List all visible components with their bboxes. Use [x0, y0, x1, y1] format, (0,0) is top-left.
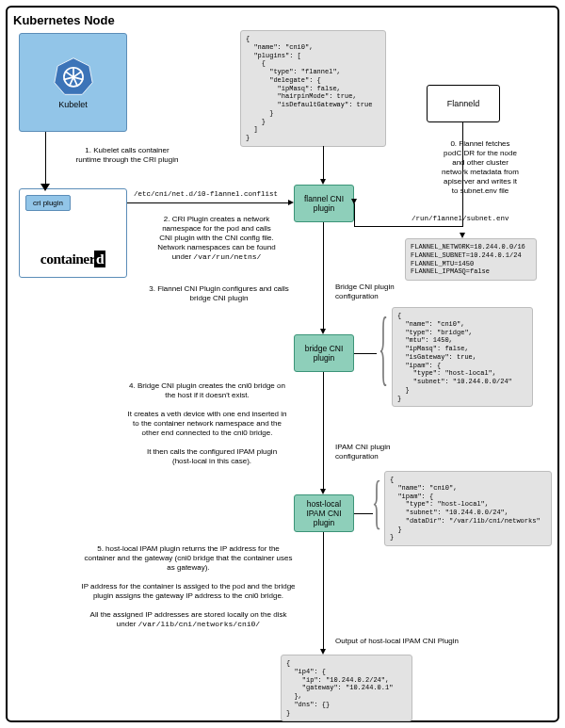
arrow-head-icon [320, 179, 326, 185]
hostlocal-cni-box: host-local IPAM CNI plugin [294, 494, 354, 532]
flannel-config-code: { "name": "cni0", "plugins": [ { "type":… [240, 30, 386, 147]
step0-note: 0. Flannel fetches podCIDR for the node … [428, 139, 532, 196]
step5b-note: IP address for the container is assiged … [66, 582, 311, 601]
bridge-config-code: { "name": "cni0", "type": "bridge", "mtu… [392, 307, 533, 407]
containerd-logo-prefix: container [40, 251, 95, 267]
arrow-head-icon [320, 489, 326, 494]
page-title: Kubernetes Node [13, 13, 115, 27]
kubelet-label: Kubelet [58, 100, 88, 109]
step5c-mono: /var/lib/cni/networks/cni0/ [138, 620, 261, 628]
arrow-head-icon [351, 199, 357, 204]
cri-plugin-box: cri plugin [25, 195, 71, 211]
connector-line [354, 513, 373, 514]
ipam-output-label: Output of host-local IPAM CNI Plugin [335, 637, 495, 646]
arrow-line [323, 222, 324, 330]
arrow-head-icon [320, 329, 326, 334]
bridge-cni-box: bridge CNI plugin [294, 334, 354, 372]
step5a-note: 5. host-local IPAM plugin returns the IP… [66, 544, 311, 573]
flannel-cni-box: flannel CNI plugin [294, 185, 354, 222]
arrow-head-icon [320, 649, 326, 655]
containerd-logo: containerd [40, 251, 105, 267]
arrow-head-icon [41, 185, 49, 191]
ipam-config-code: { "name": "cni0", "ipam": { "type": "hos… [384, 471, 552, 546]
arrow-line [354, 226, 463, 227]
step4c-note: It then calls the configured IPAM plugin… [122, 447, 301, 466]
flanneld-box: Flanneld [427, 85, 500, 122]
arrow-line [323, 532, 324, 650]
step5c-note: All the assigned IP addresses are stored… [71, 610, 306, 629]
step2-note: 2. CRI Plugin creates a network namespac… [141, 215, 292, 262]
arrow-line [127, 202, 289, 203]
step4a-note: 4. Bridge CNI plugin creates the cni0 br… [113, 381, 301, 400]
ipam-output-code: { "ip4": { "ip": "10.244.0.2/24", "gatew… [281, 655, 412, 721]
brace-icon: { [379, 306, 388, 389]
connector-line [354, 353, 377, 354]
arrow-line [45, 132, 46, 184]
brace-icon: { [372, 473, 381, 532]
subnet-env-code: FLANNEL_NETWORK=10.244.0.0/16 FLANNEL_SU… [405, 238, 537, 281]
conflist-path: /etc/cni/net.d/10-flannel.conflist [134, 190, 278, 198]
step4b-note: It creates a veth device with one end in… [108, 410, 306, 438]
bridge-conf-label: Bridge CNI plugin configuration [335, 283, 411, 301]
arrow-line [323, 146, 324, 180]
containerd-box: cri plugin containerd [19, 188, 127, 278]
ipam-conf-label: IPAM CNI plugin configuration [335, 443, 411, 461]
arrow-line [323, 372, 324, 490]
arrow-head-icon [288, 200, 294, 205]
arrow-head-icon [460, 233, 465, 238]
arrow-line [462, 122, 463, 226]
kubelet-box: Kubelet [19, 33, 127, 132]
subnet-env-path: /run/flannel/subnet.env [412, 215, 509, 222]
kubernetes-icon [54, 57, 93, 96]
step1-note: 1. Kubelet calls container runtime throu… [56, 146, 198, 165]
step3-note: 3. Flannel CNI Plugin configures and cal… [127, 284, 311, 303]
containerd-logo-d: d [94, 251, 105, 267]
step2-mono: /var/run/netns/ [193, 252, 261, 261]
arrow-line [354, 203, 355, 226]
